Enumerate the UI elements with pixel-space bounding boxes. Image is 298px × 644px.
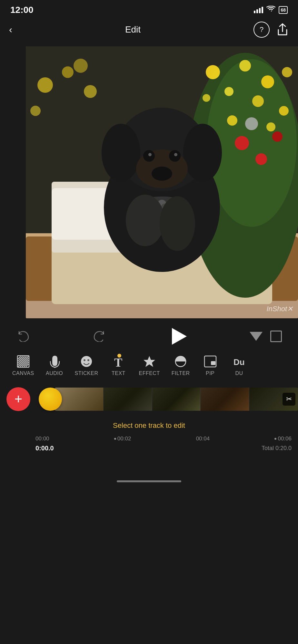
nav-actions: ? (253, 22, 289, 38)
thumbnail-3 (152, 388, 201, 411)
thumbnail-1 (55, 388, 104, 411)
ruler-mark-0: 00:00 (35, 436, 49, 442)
timeline-ruler: 00:00 00:02 00:04 00:06 (0, 434, 298, 443)
home-indicator (0, 475, 298, 485)
timeline-track[interactable]: ✂ (35, 385, 298, 413)
ruler-mark-3: 00:06 (274, 436, 292, 442)
scissors-icon: ✂ (286, 395, 292, 403)
wifi-icon (266, 6, 275, 14)
svg-point-17 (203, 94, 210, 102)
tool-du[interactable]: Du DU (225, 352, 254, 379)
svg-point-38 (174, 153, 177, 156)
media-canvas: InShot✕ (26, 46, 298, 318)
thumbnail-4 (201, 388, 249, 411)
ruler-dot-1 (114, 438, 116, 440)
help-icon: ? (260, 25, 263, 34)
ruler-time-3: 00:06 (278, 436, 292, 442)
effect-icon (142, 354, 156, 369)
svg-rect-64 (211, 361, 215, 365)
svg-point-42 (126, 195, 164, 246)
play-button[interactable] (168, 327, 188, 346)
svg-point-56 (81, 356, 92, 367)
svg-point-23 (30, 106, 41, 116)
nav-bar: ‹ Edit ? (0, 18, 298, 41)
speed-icon (250, 332, 263, 341)
ruler-mark-2: 00:04 (196, 436, 210, 442)
svg-point-14 (224, 87, 233, 96)
add-media-button[interactable]: + (6, 387, 30, 411)
tool-effect[interactable]: EFFECT (133, 352, 165, 379)
time-info: 0:00.0 Total 0:20.0 (0, 443, 298, 456)
svg-point-37 (148, 153, 152, 156)
track-end-icon[interactable]: ✂ (283, 393, 295, 406)
svg-point-31 (102, 124, 140, 182)
svg-text:Du: Du (233, 357, 245, 367)
svg-point-25 (235, 136, 249, 150)
svg-point-19 (266, 122, 275, 131)
playhead (39, 388, 62, 411)
ruler-dot-3 (274, 438, 276, 440)
tool-canvas[interactable]: CANVAS (6, 352, 40, 379)
watermark: InShot✕ (266, 305, 293, 313)
svg-point-21 (62, 66, 74, 78)
svg-point-22 (84, 85, 97, 98)
video-frame (26, 46, 298, 318)
signal-bars-icon (254, 7, 263, 13)
ruler-time-2: 00:04 (196, 436, 210, 442)
tool-filter[interactable]: FILTER (166, 352, 196, 379)
tool-pip[interactable]: PIP (196, 352, 225, 379)
svg-point-27 (272, 131, 283, 142)
share-button[interactable] (276, 23, 289, 37)
svg-point-13 (282, 67, 292, 77)
svg-point-16 (279, 106, 289, 116)
battery-level: 68 (281, 7, 286, 13)
back-button[interactable]: ‹ (9, 24, 12, 35)
thumbnail-2 (104, 388, 152, 411)
svg-point-10 (206, 65, 220, 79)
svg-point-26 (255, 153, 267, 165)
svg-marker-60 (144, 356, 155, 367)
sticker-icon (79, 354, 94, 369)
effect-label: EFFECT (139, 370, 160, 376)
pip-icon (203, 354, 217, 369)
canvas-label: CANVAS (12, 370, 34, 376)
svg-point-15 (252, 95, 264, 107)
page-title: Edit (125, 24, 141, 35)
pip-label: PIP (206, 370, 214, 376)
du-icon: Du (232, 354, 246, 369)
sticker-label: STICKER (75, 370, 98, 376)
tool-sticker[interactable]: STICKER (69, 352, 104, 379)
back-chevron-icon: ‹ (9, 24, 12, 35)
svg-point-43 (160, 196, 195, 251)
speed-button[interactable] (250, 332, 263, 341)
svg-point-58 (87, 359, 89, 361)
undo-button[interactable] (16, 329, 30, 343)
track-thumbnails: ✂ (55, 388, 298, 411)
battery-icon: 68 (279, 6, 288, 14)
ruler-time-1: 00:02 (117, 436, 131, 442)
right-controls (250, 331, 282, 342)
playback-controls (0, 323, 298, 349)
ruler-mark-1: 00:02 (114, 436, 131, 442)
status-bar: 12:00 68 (0, 0, 298, 18)
tool-text[interactable]: T TEXT (104, 352, 133, 379)
status-time: 12:00 (10, 5, 34, 15)
audio-icon (47, 354, 62, 369)
du-label: DU (235, 370, 243, 376)
current-time: 0:00.0 (6, 445, 54, 452)
tool-audio[interactable]: AUDIO (40, 352, 69, 379)
timeline-area: + ✂ (0, 381, 298, 417)
total-time: Total 0:20.0 (262, 445, 292, 452)
ruler-time-0: 00:00 (35, 436, 49, 442)
redo-button[interactable] (92, 329, 106, 343)
text-label: TEXT (112, 370, 125, 376)
svg-point-34 (152, 167, 172, 181)
svg-point-57 (84, 359, 85, 361)
canvas-icon (16, 354, 30, 369)
fullscreen-button[interactable] (270, 331, 282, 342)
track-inner: ✂ (35, 388, 298, 411)
help-button[interactable]: ? (253, 22, 270, 38)
audio-label: AUDIO (46, 370, 63, 376)
filter-label: FILTER (172, 370, 190, 376)
play-icon (172, 328, 187, 345)
